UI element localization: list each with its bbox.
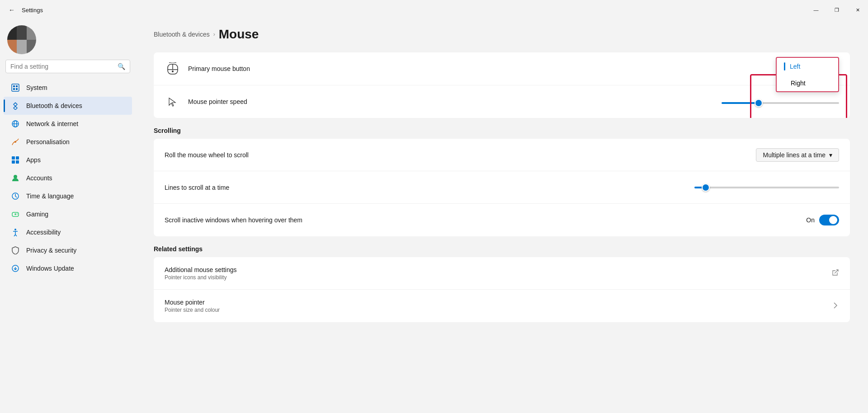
- window-controls: — ❐ ✕: [806, 3, 868, 17]
- additional-mouse-settings-label: Additional mouse settings: [165, 266, 832, 273]
- scroll-inactive-toggle[interactable]: [819, 215, 839, 225]
- gaming-icon: [11, 210, 20, 219]
- svg-point-18: [17, 214, 18, 215]
- sidebar-item-network[interactable]: Network & internet: [4, 115, 132, 133]
- mouse-pointer-speed-control: [722, 98, 839, 106]
- mouse-pointer-speed-slider[interactable]: [722, 102, 839, 104]
- toggle-knob: [829, 216, 837, 224]
- mouse-basic-card: Primary mouse button Left Right: [154, 52, 850, 118]
- dropdown-item-left[interactable]: Left: [777, 58, 838, 75]
- selected-indicator: [784, 62, 785, 70]
- lines-to-scroll-control: [694, 187, 839, 188]
- dropdown-item-left-label: Left: [790, 63, 800, 70]
- dropdown-item-right[interactable]: Right: [777, 75, 838, 91]
- search-wrapper[interactable]: 🔍: [5, 60, 130, 73]
- mouse-pointer-speed-label: Mouse pointer speed: [188, 98, 722, 105]
- sidebar-item-gaming[interactable]: Gaming: [4, 205, 132, 223]
- primary-mouse-button-row: Primary mouse button Left Right: [154, 52, 850, 85]
- privacy-icon: [11, 246, 20, 255]
- avatar-section: [0, 18, 136, 60]
- mouse-pointer-row[interactable]: Mouse pointer Pointer size and colour: [154, 290, 850, 322]
- breadcrumb-parent[interactable]: Bluetooth & devices: [154, 31, 210, 38]
- back-button[interactable]: ←: [5, 4, 18, 16]
- svg-rect-4: [16, 88, 18, 90]
- svg-rect-12: [16, 160, 19, 164]
- sidebar-item-label-privacy: Privacy & security: [26, 247, 76, 254]
- sidebar-item-update[interactable]: Windows Update: [4, 259, 132, 277]
- svg-rect-9: [12, 156, 15, 160]
- mouse-button-icon: [165, 61, 181, 77]
- scrolling-section-label: Scrolling: [154, 127, 850, 134]
- sidebar-nav: System Bluetooth & devices Network & int…: [0, 77, 136, 279]
- svg-rect-10: [16, 156, 19, 160]
- close-button[interactable]: ✕: [847, 3, 868, 17]
- window-title: Settings: [22, 7, 43, 14]
- sidebar-item-label-gaming: Gaming: [26, 211, 48, 218]
- sidebar: 🔍 System Bluetooth & devices: [0, 18, 136, 413]
- sidebar-item-system[interactable]: System: [4, 79, 132, 97]
- sidebar-item-label-time: Time & language: [26, 192, 74, 200]
- breadcrumb-separator: ›: [213, 31, 215, 38]
- sidebar-item-bluetooth[interactable]: Bluetooth & devices: [4, 97, 132, 115]
- scroll-inactive-label: Scroll inactive windows when hovering ov…: [165, 216, 806, 224]
- minimize-button[interactable]: —: [806, 3, 826, 17]
- personalisation-icon: [11, 137, 20, 146]
- roll-mouse-wheel-label: Roll the mouse wheel to scroll: [165, 151, 756, 159]
- scroll-inactive-control: On: [806, 215, 839, 225]
- roll-mouse-wheel-dropdown[interactable]: Multiple lines at a time ▾: [756, 148, 839, 162]
- svg-point-24: [172, 70, 174, 72]
- sidebar-item-label-accounts: Accounts: [26, 174, 52, 182]
- external-link-icon: [832, 269, 839, 277]
- svg-rect-1: [13, 85, 15, 87]
- mouse-pointer-speed-icon: [165, 94, 181, 110]
- avatar: [7, 25, 36, 54]
- svg-point-19: [14, 229, 16, 230]
- sidebar-item-accounts[interactable]: Accounts: [4, 169, 132, 187]
- sidebar-item-label-apps: Apps: [26, 156, 41, 164]
- scroll-inactive-toggle-label: On: [806, 216, 815, 224]
- sidebar-item-privacy[interactable]: Privacy & security: [4, 241, 132, 259]
- lines-to-scroll-label: Lines to scroll at a time: [165, 184, 694, 191]
- svg-rect-2: [16, 85, 18, 87]
- svg-point-8: [14, 141, 16, 143]
- svg-rect-3: [13, 88, 15, 90]
- search-input[interactable]: [10, 63, 114, 70]
- bluetooth-icon: [11, 101, 20, 110]
- additional-mouse-settings-row[interactable]: Additional mouse settings Pointer icons …: [154, 257, 850, 290]
- app-container: 🔍 System Bluetooth & devices: [0, 18, 868, 413]
- main-content: Bluetooth & devices › Mouse Primary mous…: [136, 18, 868, 413]
- sidebar-item-label-accessibility: Accessibility: [26, 229, 61, 236]
- mouse-pointer-speed-row: Mouse pointer speed: [154, 85, 850, 118]
- chevron-down-icon: ▾: [829, 151, 832, 159]
- sidebar-item-label-system: System: [26, 84, 47, 91]
- sidebar-item-label-personalisation: Personalisation: [26, 138, 70, 145]
- sidebar-item-apps[interactable]: Apps: [4, 151, 132, 169]
- sidebar-item-personalisation[interactable]: Personalisation: [4, 133, 132, 151]
- lines-to-scroll-row: Lines to scroll at a time: [154, 171, 850, 204]
- breadcrumb-current: Mouse: [219, 27, 259, 42]
- svg-rect-0: [12, 84, 19, 91]
- network-icon: [11, 119, 20, 128]
- additional-mouse-settings-sublabel: Pointer icons and visibility: [165, 274, 832, 281]
- accounts-icon: [11, 174, 20, 183]
- lines-to-scroll-slider[interactable]: [694, 187, 839, 188]
- sidebar-item-label-update: Windows Update: [26, 265, 74, 272]
- search-icon: 🔍: [118, 63, 125, 70]
- mouse-pointer-label: Mouse pointer: [165, 299, 832, 306]
- update-icon: [11, 264, 20, 273]
- primary-mouse-button-label: Primary mouse button: [188, 65, 839, 72]
- roll-mouse-wheel-control: Multiple lines at a time ▾: [756, 148, 839, 162]
- sidebar-item-accessibility[interactable]: Accessibility: [4, 223, 132, 241]
- primary-mouse-button-dropdown-popup: Left Right: [776, 57, 839, 92]
- breadcrumb: Bluetooth & devices › Mouse: [154, 27, 850, 42]
- svg-rect-11: [12, 160, 15, 164]
- sidebar-item-label-bluetooth: Bluetooth & devices: [26, 102, 82, 109]
- chevron-right-icon: [832, 302, 839, 310]
- svg-point-13: [14, 175, 17, 178]
- search-section: 🔍: [5, 60, 130, 73]
- scroll-inactive-row: Scroll inactive windows when hovering ov…: [154, 204, 850, 236]
- scrolling-card: Roll the mouse wheel to scroll Multiple …: [154, 139, 850, 236]
- maximize-button[interactable]: ❐: [826, 3, 847, 17]
- system-icon: [11, 83, 20, 92]
- sidebar-item-time[interactable]: Time & language: [4, 187, 132, 205]
